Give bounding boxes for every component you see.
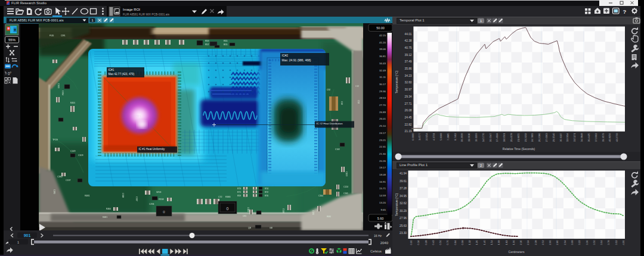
svg-text:14.5770: 14.5770 [482,133,485,142]
svg-text:0.14: 0.14 [417,240,420,245]
svg-text:2.10: 2.10 [519,240,522,245]
svg-text:55%: 55% [8,38,16,42]
svg-text:39.3579: 39.3579 [602,133,605,142]
svg-text:0.0000: 0.0000 [411,133,414,141]
svg-text:19.17: 19.17 [379,166,386,169]
svg-text:27.71: 27.71 [404,102,411,105]
svg-text:1.96: 1.96 [512,240,515,245]
svg-text:0.00: 0.00 [410,240,413,245]
svg-text:3.36: 3.36 [586,240,589,245]
svg-text:IC#2: IC#2 [282,54,289,57]
svg-text:2.38: 2.38 [534,240,537,245]
svg-text:26.89: 26.89 [379,111,386,114]
svg-text:5.8308: 5.8308 [439,133,442,141]
svg-text:36.4425: 36.4425 [587,133,590,142]
svg-text:20.26: 20.26 [379,160,386,163]
svg-text:40.8156: 40.8156 [608,133,611,142]
svg-text:Celsius: Celsius [370,249,382,253]
svg-text:18.08: 18.08 [379,173,386,176]
svg-text:37.49: 37.49 [404,60,411,63]
svg-text:3.08: 3.08 [571,240,574,245]
svg-text:2.66: 2.66 [549,240,552,245]
svg-text:32.49: 32.49 [379,69,386,72]
svg-text:?: ? [623,8,627,15]
svg-text:34.95: 34.95 [400,195,407,198]
svg-text:36.81: 36.81 [379,55,386,58]
svg-text:22.31: 22.31 [379,145,386,148]
svg-text:21.30: 21.30 [379,152,386,155]
svg-text:20.4078: 20.4078 [510,133,513,142]
svg-text:40.75: 40.75 [404,46,411,49]
svg-text:30.6117: 30.6117 [559,133,562,142]
svg-text:26.01: 26.01 [379,117,386,120]
svg-text:39.12: 39.12 [404,54,411,57]
svg-text:27.70: 27.70 [379,104,386,107]
svg-text:IC#1: IC#1 [109,68,114,71]
svg-text:30.97: 30.97 [404,88,411,91]
svg-text:21.8655: 21.8655 [517,133,520,142]
svg-text:21.19: 21.19 [404,130,411,133]
svg-text:0.28: 0.28 [425,240,428,245]
svg-text:Relative Time (Seconds): Relative Time (Seconds) [503,147,535,151]
svg-text:15.71: 15.71 [379,187,386,190]
svg-text:34.43: 34.43 [379,62,386,65]
svg-text:35.86: 35.86 [404,67,411,70]
svg-text:2040: 2040 [380,241,389,245]
svg-text:39.06: 39.06 [379,48,386,51]
svg-text:25.10: 25.10 [379,124,386,127]
svg-text:10.2039: 10.2039 [460,133,463,142]
svg-text:29.34: 29.34 [404,95,411,98]
svg-text:37.9002: 37.9002 [595,133,597,142]
svg-text:22.82: 22.82 [404,123,411,126]
svg-text:2.80: 2.80 [556,240,559,245]
svg-text:27.6963: 27.6963 [545,133,548,142]
svg-text:0°: 0° [8,71,12,76]
svg-text:16 Hz: 16 Hz [374,234,382,238]
svg-text:32.60: 32.60 [404,81,411,84]
svg-text:39.61: 39.61 [400,180,407,183]
svg-text:2.24: 2.24 [527,240,530,245]
svg-text:0.98: 0.98 [461,240,464,245]
svg-text:8.7462: 8.7462 [454,133,457,141]
svg-text:26.2386: 26.2386 [538,133,541,142]
svg-text:1.12: 1.12 [468,240,471,245]
svg-text:28.53: 28.53 [379,96,386,99]
svg-text:24.7809: 24.7809 [531,133,534,142]
svg-text:4.3731: 4.3731 [432,133,435,141]
svg-text:34.23: 34.23 [404,74,411,77]
svg-text:1.82: 1.82 [505,240,508,245]
svg-text:26.08: 26.08 [404,109,411,112]
svg-text:23.3232: 23.3232 [524,133,527,142]
svg-text:17.4924: 17.4924 [496,133,499,142]
svg-text:Temperature [°C]: Temperature [°C] [395,193,398,216]
svg-text:24.45: 24.45 [404,116,411,119]
svg-text:Image ROI: Image ROI [123,8,140,11]
svg-text:32.62: 32.62 [400,202,407,205]
svg-text:0.56: 0.56 [439,240,442,245]
svg-text:44.01: 44.01 [404,33,411,36]
svg-text:901: 901 [24,233,31,238]
svg-text:29.1540: 29.1540 [552,133,555,142]
svg-text:4.06: 4.06 [622,240,625,245]
svg-text:3.78: 3.78 [607,240,610,245]
svg-text:Max 42.77 (423, 479): Max 42.77 (423, 479) [109,73,135,76]
svg-text:2.94: 2.94 [564,240,566,245]
svg-text:42.15: 42.15 [379,34,386,37]
svg-text:24.17: 24.17 [379,132,386,135]
svg-text:0.70: 0.70 [446,240,449,245]
svg-text:13.20: 13.20 [379,201,386,204]
svg-text:2.9154: 2.9154 [425,133,428,141]
svg-text:37.28: 37.28 [400,187,407,190]
svg-text:3.64: 3.64 [600,240,603,245]
svg-text:1.54: 1.54 [490,240,493,245]
svg-text:30.17: 30.17 [379,83,386,86]
svg-text:IC #2 Heat Distribution: IC #2 Heat Distribution [317,122,343,125]
svg-text:3.22: 3.22 [578,240,581,245]
svg-text:34.9848: 34.9848 [580,133,583,142]
svg-text:1.68: 1.68 [497,240,500,245]
svg-text:IC #1 Heat Uniformity: IC #1 Heat Uniformity [139,148,166,151]
svg-text:25.63: 25.63 [400,224,407,227]
svg-text:1.26: 1.26 [475,240,478,245]
svg-text:1: 1 [91,18,93,22]
svg-text:13.1193: 13.1193 [475,133,478,142]
